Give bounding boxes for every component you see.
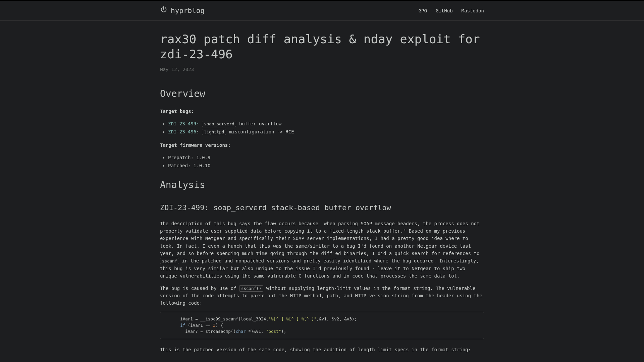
brand-link[interactable]: hyprblog: [160, 5, 205, 17]
page-title: rax30 patch diff analysis & nday exploit…: [160, 32, 484, 62]
code-text: ) {: [216, 323, 223, 328]
zdi499-subheading: ZDI-23-499: soap_serverd stack-based buf…: [160, 202, 484, 214]
analysis-heading: Analysis: [160, 178, 484, 193]
code-lighttpd: lighttpd: [202, 129, 226, 135]
code-text: [165, 323, 180, 328]
zdi-496-link[interactable]: ZDI-23-496: [168, 129, 196, 134]
paragraph: The description of this bug says the fla…: [160, 220, 484, 280]
list-item: ZDI-23-496: lighttpd misconfiguration ->…: [168, 128, 484, 135]
code-type: char: [236, 329, 246, 334]
list-item: Patched: 1.0.10: [168, 162, 484, 169]
code-text: iVar7 = strcasecmp((: [165, 329, 236, 334]
zdi499-desc: buffer overflow: [236, 121, 281, 126]
brand-text: hyprblog: [171, 5, 205, 17]
main-content: rax30 patch diff analysis & nday exploit…: [160, 21, 484, 362]
nav-links: GPG GitHub Mastodon: [419, 7, 484, 14]
article-body: Overview Target bugs: ZDI-23-499: soap_s…: [160, 86, 484, 353]
list-item: Prepatch: 1.0.9: [168, 154, 484, 161]
para2-text-a: The bug is caused by use of: [160, 286, 239, 291]
target-bugs-list: ZDI-23-499: soap_serverd buffer overflow…: [168, 120, 484, 136]
overview-heading: Overview: [160, 86, 484, 102]
post-date: May 12, 2023: [160, 66, 484, 73]
code-text: ,&v1, &v2, &v3);: [317, 316, 357, 321]
code-keyword: if: [180, 323, 185, 328]
paragraph: This is the patched version of the same …: [160, 346, 484, 353]
code-soap-serverd: soap_serverd: [202, 121, 236, 127]
code-string: "post": [266, 329, 281, 334]
power-icon: [160, 5, 167, 17]
nav-mastodon[interactable]: Mastodon: [462, 7, 484, 14]
nav-gpg[interactable]: GPG: [419, 7, 427, 14]
zdi496-colon: :: [196, 129, 202, 134]
nav-github[interactable]: GitHub: [436, 7, 453, 14]
code-text: (iVar1 ==: [185, 323, 213, 328]
zdi496-desc: misconfiguration -> RCE: [226, 129, 294, 134]
para1-text-b: in the patched and nonpatched versions a…: [160, 258, 479, 279]
code-text: iVar1 = __isoc99_sscanf(local_3024,: [165, 316, 269, 321]
target-bugs-label: Target bugs:: [160, 109, 194, 114]
site-header: hyprblog GPG GitHub Mastodon: [0, 1, 644, 21]
code-sscanf-fn: sscanf(): [239, 285, 263, 292]
code-string: "%[^ ] %[^ ] %[^ ]": [269, 316, 317, 321]
target-fw-label: Target firmware versions:: [160, 142, 231, 148]
list-item: ZDI-23-499: soap_serverd buffer overflow: [168, 120, 484, 127]
code-text: *)&v1,: [246, 329, 266, 334]
paragraph: The bug is caused by use of sscanf() wit…: [160, 285, 484, 307]
code-block-vuln: iVar1 = __isoc99_sscanf(local_3024,"%[^ …: [160, 312, 484, 339]
para1-text-a: The description of this bug says the fla…: [160, 221, 479, 256]
code-number: 3: [213, 323, 216, 328]
code-sscanf: sscanf: [160, 258, 179, 264]
zdi-499-link[interactable]: ZDI-23-499:: [168, 121, 199, 126]
fw-versions-list: Prepatch: 1.0.9 Patched: 1.0.10: [168, 154, 484, 170]
code-text: );: [281, 329, 286, 334]
